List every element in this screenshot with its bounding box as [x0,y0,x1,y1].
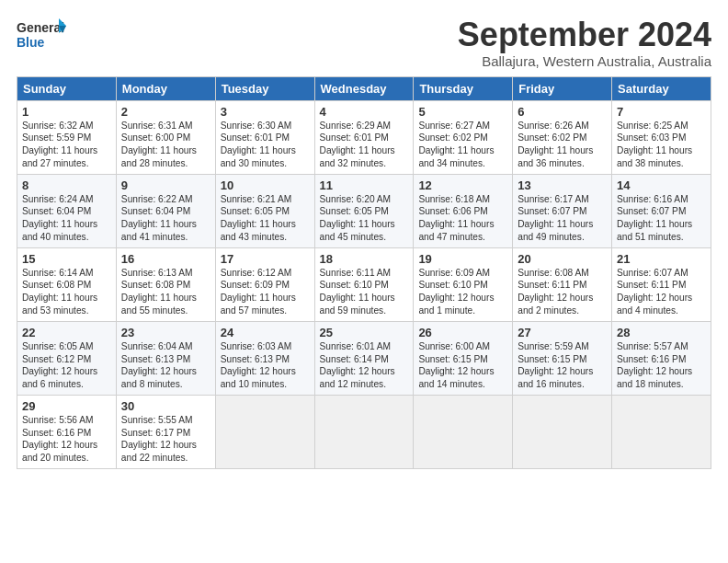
weekday-header: Tuesday [215,76,314,100]
calendar-cell: 29Sunrise: 5:56 AMSunset: 6:16 PMDayligh… [17,395,117,468]
cell-details: Sunrise: 6:13 AMSunset: 6:08 PMDaylight:… [121,267,210,317]
cell-details: Sunrise: 6:20 AMSunset: 6:05 PMDaylight:… [320,193,409,244]
day-number: 28 [617,326,706,339]
day-number: 12 [418,178,507,192]
calendar-cell: 16Sunrise: 6:13 AMSunset: 6:08 PMDayligh… [116,247,215,321]
day-number: 4 [320,105,409,119]
day-number: 23 [121,326,210,339]
calendar-cell: 22Sunrise: 6:05 AMSunset: 6:12 PMDayligh… [17,321,117,395]
location-subtitle: Ballajura, Western Australia, Australia [458,53,711,69]
month-title: September 2024 [458,17,711,53]
calendar-cell: 7Sunrise: 6:25 AMSunset: 6:03 PMDaylight… [612,100,711,174]
calendar-cell: 25Sunrise: 6:01 AMSunset: 6:14 PMDayligh… [314,321,414,395]
cell-details: Sunrise: 6:31 AMSunset: 6:00 PMDaylight:… [121,120,210,170]
day-number: 20 [518,252,607,266]
calendar-cell: 3Sunrise: 6:30 AMSunset: 6:01 PMDaylight… [215,100,314,174]
cell-details: Sunrise: 6:22 AMSunset: 6:04 PMDaylight:… [121,193,210,244]
calendar-cell: 19Sunrise: 6:09 AMSunset: 6:10 PMDayligh… [414,247,513,321]
header-row: SundayMondayTuesdayWednesdayThursdayFrid… [17,76,711,100]
calendar-week-row: 15Sunrise: 6:14 AMSunset: 6:08 PMDayligh… [17,247,711,321]
calendar-cell: 24Sunrise: 6:03 AMSunset: 6:13 PMDayligh… [215,321,314,395]
day-number: 3 [221,105,310,119]
calendar-cell: 5Sunrise: 6:27 AMSunset: 6:02 PMDaylight… [414,100,513,174]
calendar-week-row: 1Sunrise: 6:32 AMSunset: 5:59 PMDaylight… [17,100,711,174]
calendar-week-row: 22Sunrise: 6:05 AMSunset: 6:12 PMDayligh… [17,321,711,395]
day-number: 15 [22,252,111,266]
calendar-cell: 17Sunrise: 6:12 AMSunset: 6:09 PMDayligh… [215,247,314,321]
calendar-cell: 20Sunrise: 6:08 AMSunset: 6:11 PMDayligh… [513,247,612,321]
cell-details: Sunrise: 6:27 AMSunset: 6:02 PMDaylight:… [418,120,507,170]
weekday-header: Wednesday [314,76,414,100]
day-number: 6 [518,105,607,119]
logo-svg: General Blue [17,17,68,53]
cell-details: Sunrise: 6:00 AMSunset: 6:15 PMDaylight:… [418,340,507,391]
day-number: 8 [22,178,111,192]
day-number: 29 [22,399,111,413]
day-number: 24 [221,326,310,339]
cell-details: Sunrise: 6:04 AMSunset: 6:13 PMDaylight:… [121,340,210,391]
title-block: September 2024 Ballajura, Western Austra… [458,17,711,69]
day-number: 16 [121,252,210,266]
calendar-cell [314,395,414,468]
cell-details: Sunrise: 5:56 AMSunset: 6:16 PMDaylight:… [22,414,111,465]
day-number: 26 [418,326,507,339]
day-number: 2 [121,105,210,119]
day-number: 19 [418,252,507,266]
cell-details: Sunrise: 6:01 AMSunset: 6:14 PMDaylight:… [320,340,409,391]
calendar-cell: 23Sunrise: 6:04 AMSunset: 6:13 PMDayligh… [116,321,215,395]
weekday-header: Sunday [17,76,117,100]
calendar-page: General Blue September 2024 Ballajura, W… [0,0,728,478]
calendar-cell: 21Sunrise: 6:07 AMSunset: 6:11 PMDayligh… [612,247,711,321]
calendar-cell: 4Sunrise: 6:29 AMSunset: 6:01 PMDaylight… [314,100,414,174]
calendar-cell: 27Sunrise: 5:59 AMSunset: 6:15 PMDayligh… [513,321,612,395]
day-number: 9 [121,178,210,192]
day-number: 17 [221,252,310,266]
svg-text:General: General [17,20,64,35]
cell-details: Sunrise: 6:30 AMSunset: 6:01 PMDaylight:… [221,120,310,170]
day-number: 25 [320,326,409,339]
calendar-cell: 1Sunrise: 6:32 AMSunset: 5:59 PMDaylight… [17,100,117,174]
calendar-week-row: 29Sunrise: 5:56 AMSunset: 6:16 PMDayligh… [17,395,711,468]
calendar-cell: 6Sunrise: 6:26 AMSunset: 6:02 PMDaylight… [513,100,612,174]
calendar-week-row: 8Sunrise: 6:24 AMSunset: 6:04 PMDaylight… [17,174,711,247]
cell-details: Sunrise: 6:03 AMSunset: 6:13 PMDaylight:… [221,340,310,391]
day-number: 27 [518,326,607,339]
weekday-header: Thursday [414,76,513,100]
day-number: 13 [518,178,607,192]
calendar-cell: 9Sunrise: 6:22 AMSunset: 6:04 PMDaylight… [116,174,215,247]
cell-details: Sunrise: 6:29 AMSunset: 6:01 PMDaylight:… [320,120,409,170]
calendar-cell: 2Sunrise: 6:31 AMSunset: 6:00 PMDaylight… [116,100,215,174]
cell-details: Sunrise: 6:32 AMSunset: 5:59 PMDaylight:… [22,120,111,170]
cell-details: Sunrise: 6:08 AMSunset: 6:11 PMDaylight:… [518,267,607,317]
logo: General Blue [17,17,68,53]
cell-details: Sunrise: 6:17 AMSunset: 6:07 PMDaylight:… [518,193,607,244]
cell-details: Sunrise: 6:14 AMSunset: 6:08 PMDaylight:… [22,267,111,317]
day-number: 21 [617,252,706,266]
day-number: 22 [22,326,111,339]
calendar-table: SundayMondayTuesdayWednesdayThursdayFrid… [17,76,711,469]
cell-details: Sunrise: 6:12 AMSunset: 6:09 PMDaylight:… [221,267,310,317]
day-number: 10 [221,178,310,192]
calendar-cell: 18Sunrise: 6:11 AMSunset: 6:10 PMDayligh… [314,247,414,321]
calendar-cell: 8Sunrise: 6:24 AMSunset: 6:04 PMDaylight… [17,174,117,247]
cell-details: Sunrise: 6:26 AMSunset: 6:02 PMDaylight:… [518,120,607,170]
weekday-header: Friday [513,76,612,100]
calendar-cell: 12Sunrise: 6:18 AMSunset: 6:06 PMDayligh… [414,174,513,247]
cell-details: Sunrise: 6:09 AMSunset: 6:10 PMDaylight:… [418,267,507,317]
calendar-cell: 15Sunrise: 6:14 AMSunset: 6:08 PMDayligh… [17,247,117,321]
day-number: 5 [418,105,507,119]
calendar-cell: 10Sunrise: 6:21 AMSunset: 6:05 PMDayligh… [215,174,314,247]
header: General Blue September 2024 Ballajura, W… [17,17,711,69]
day-number: 7 [617,105,706,119]
cell-details: Sunrise: 5:57 AMSunset: 6:16 PMDaylight:… [617,340,706,391]
cell-details: Sunrise: 6:11 AMSunset: 6:10 PMDaylight:… [320,267,409,317]
weekday-header: Saturday [612,76,711,100]
day-number: 1 [22,105,111,119]
calendar-cell: 11Sunrise: 6:20 AMSunset: 6:05 PMDayligh… [314,174,414,247]
day-number: 11 [320,178,409,192]
calendar-cell [215,395,314,468]
cell-details: Sunrise: 6:07 AMSunset: 6:11 PMDaylight:… [617,267,706,317]
calendar-cell [513,395,612,468]
cell-details: Sunrise: 6:24 AMSunset: 6:04 PMDaylight:… [22,193,111,244]
day-number: 30 [121,399,210,413]
